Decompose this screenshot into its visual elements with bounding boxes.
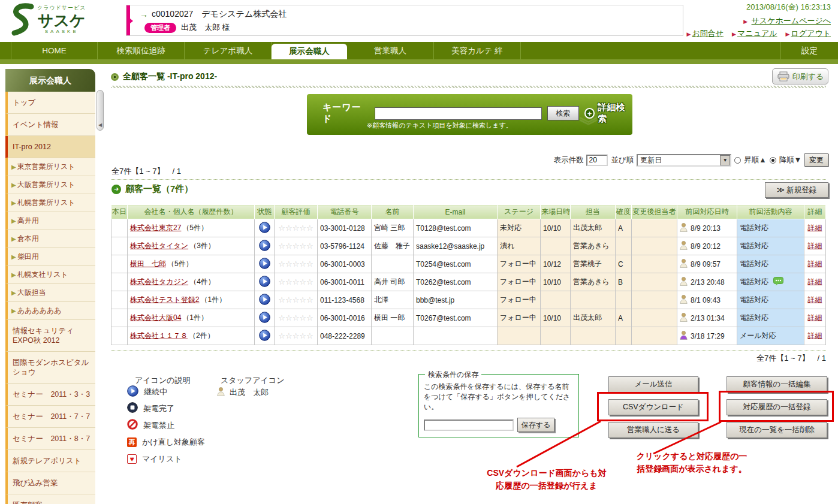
rating-stars[interactable]: ☆☆☆☆☆	[278, 331, 313, 340]
link-marker-icon: ▶	[732, 31, 736, 37]
rating-stars[interactable]: ☆☆☆☆☆	[278, 295, 313, 304]
print-button[interactable]: 印刷する	[772, 68, 828, 84]
bulk-history-register-button[interactable]: 対応履歴の一括登録	[727, 399, 827, 415]
nav-tab[interactable]: 営業職人	[347, 42, 434, 59]
company-link[interactable]: 株式会社大阪04	[130, 313, 181, 322]
stage-cell: フォロー中	[498, 309, 541, 327]
sidebar-item[interactable]: IT-pro 2012	[5, 136, 95, 158]
search-note: ※顧客情報のテキスト項目を対象に検索します。	[367, 121, 513, 130]
sidebar-item[interactable]: ▶高井用	[5, 212, 95, 230]
bulk-delete-button[interactable]: 現在の一覧を一括削除	[727, 422, 827, 438]
sidebar-item[interactable]: ▶札幌支社リスト	[5, 266, 95, 284]
sort-select[interactable]: 更新日 ▼	[637, 154, 731, 167]
page-title-icon	[111, 73, 119, 81]
ascending-radio[interactable]	[734, 157, 741, 164]
nav-tab[interactable]: HOME	[11, 42, 98, 59]
rating-stars[interactable]: ☆☆☆☆☆	[278, 259, 313, 268]
name-cell: 横田 一郎	[372, 309, 414, 327]
nav-tab[interactable]: 美容カルテ 絆	[434, 42, 521, 59]
nav-tab[interactable]: 展示会職人	[272, 44, 347, 59]
display-count-input[interactable]	[586, 155, 608, 166]
rating-stars[interactable]: ☆☆☆☆☆	[278, 277, 313, 286]
sidebar-item[interactable]: ▶大阪営業所リスト	[5, 176, 95, 194]
detail-link[interactable]: 詳細	[808, 259, 822, 268]
company-link[interactable]: 株式会社１１７８	[130, 331, 188, 340]
detail-link[interactable]: 詳細	[808, 331, 822, 340]
sidebar-item[interactable]: セミナー 2011・8・7	[5, 428, 95, 450]
detail-link[interactable]: 詳細	[808, 242, 822, 250]
top-link[interactable]: お問合せ	[692, 29, 724, 38]
company-link[interactable]: 株式会社東京27	[130, 224, 181, 232]
sidebar-item[interactable]: トップ	[5, 92, 95, 114]
status-play-icon[interactable]	[259, 227, 270, 235]
top-link[interactable]: マニュアル	[737, 29, 777, 38]
account-company: c00102027 デモシステム株式会社	[152, 9, 287, 20]
status-play-icon[interactable]	[259, 316, 270, 325]
search-button[interactable]: 検索	[547, 106, 578, 120]
company-link[interactable]: 株式会社タイタン	[130, 242, 188, 250]
saaske-homepage-link[interactable]: サスケホームページへ	[752, 16, 831, 25]
keyword-input[interactable]	[375, 107, 542, 120]
sidebar-item[interactable]: 情報セキュリティEXPO秋 2012	[5, 320, 95, 352]
status-play-icon[interactable]	[259, 334, 270, 343]
detail-link[interactable]: 詳細	[808, 295, 822, 304]
column-header: 前回活動内容	[737, 205, 804, 219]
company-link[interactable]: 横田 七郎	[130, 259, 166, 268]
save-name-input[interactable]	[424, 420, 514, 431]
history-count: （1件）	[182, 313, 208, 322]
sidebar-item[interactable]: ▶倉本用	[5, 230, 95, 248]
rating-stars[interactable]: ☆☆☆☆☆	[278, 224, 313, 233]
column-header: 変更後担当者	[632, 205, 677, 219]
email-cell: T0128@test.com	[414, 219, 498, 237]
changed-rep-cell	[632, 327, 677, 345]
detail-link[interactable]: 詳細	[808, 224, 822, 232]
nav-tab-settings[interactable]: 設定	[780, 42, 838, 59]
table-row: 株式会社タイタン（3件）☆☆☆☆☆03-5796-1124佐藤 雅子saaske…	[111, 237, 826, 255]
bulk-edit-button[interactable]: 顧客情報の一括編集	[727, 376, 827, 393]
sidebar-item[interactable]: ▶札幌営業所リスト	[5, 194, 95, 212]
status-play-icon[interactable]	[259, 245, 270, 253]
sidebar-item[interactable]: 飛び込み営業	[5, 472, 95, 494]
name-cell	[372, 327, 414, 345]
sidebar-item[interactable]: イベント情報	[5, 114, 95, 136]
new-register-button[interactable]: ≫ 新規登録	[765, 182, 828, 198]
sidebar-item[interactable]: 新規テレアポリスト	[5, 450, 95, 472]
detail-link[interactable]: 詳細	[808, 313, 822, 322]
sidebar-item[interactable]: セミナー 2011・3・3	[5, 384, 95, 406]
redial-icon: 再	[127, 437, 137, 447]
status-play-icon[interactable]	[259, 280, 270, 289]
status-cell	[255, 291, 275, 309]
saaske-logo[interactable]: クラウドサービス サスケ SAASKE	[7, 2, 86, 36]
last-contact-cell: 2/13 20:48	[677, 273, 737, 291]
company-link[interactable]: 株式会社タカジン	[130, 277, 188, 286]
comment-bubble-icon[interactable]	[773, 277, 783, 288]
sidebar-item[interactable]: ▶ああああああ	[5, 302, 95, 320]
save-button[interactable]: 保存する	[517, 418, 554, 432]
descending-radio[interactable]	[770, 157, 776, 164]
sidebar-item[interactable]: 既存顧客	[5, 494, 95, 504]
status-play-icon[interactable]	[259, 262, 270, 271]
company-link[interactable]: 株式会社テスト登録2	[130, 295, 200, 304]
logo-name: サスケ	[38, 12, 86, 29]
sort-select-value: 更新日	[640, 155, 662, 165]
rating-stars[interactable]: ☆☆☆☆☆	[278, 242, 313, 251]
send-to-sales-button[interactable]: 営業職人に送る	[608, 422, 698, 438]
sidebar-item[interactable]: ▶東京営業所リスト	[5, 158, 95, 176]
sidebar-item[interactable]: 国際モダンホスピタルショウ	[5, 352, 95, 384]
separator	[111, 350, 826, 351]
titlebar-separator	[111, 86, 826, 88]
detail-link[interactable]: 詳細	[808, 277, 822, 286]
mail-button[interactable]: メール送信	[608, 376, 698, 393]
rating-stars[interactable]: ☆☆☆☆☆	[278, 313, 313, 322]
top-link[interactable]: ログアウト	[791, 29, 831, 38]
apply-sort-button[interactable]: 変更	[804, 153, 828, 167]
status-play-icon[interactable]	[259, 298, 270, 307]
sidebar-collapse-handle[interactable]: ◀	[97, 90, 104, 131]
sidebar-item[interactable]: ▶大阪担当	[5, 284, 95, 302]
csv-download-button[interactable]: CSVダウンロード	[608, 399, 698, 415]
chevron-right-icon: ▶	[11, 200, 16, 206]
sidebar-item[interactable]: セミナー 2011・7・7	[5, 406, 95, 428]
sidebar-item[interactable]: ▶柴田用	[5, 248, 95, 266]
nav-tab[interactable]: テレアポ職人	[185, 42, 272, 59]
nav-tab[interactable]: 検索順位追跡	[98, 42, 185, 59]
